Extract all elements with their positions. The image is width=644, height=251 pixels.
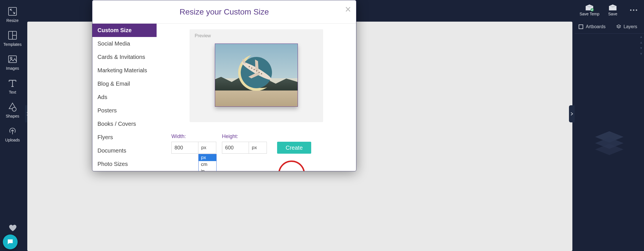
width-field: Width: px px cm in (171, 133, 216, 154)
preview-label: Preview (195, 33, 318, 38)
create-button-label: Create (286, 145, 303, 151)
category-blog-email[interactable]: Blog & Email (92, 77, 157, 90)
category-ads[interactable]: Ads (92, 90, 157, 104)
category-books-covers[interactable]: Books / Covers (92, 117, 157, 131)
category-photo-sizes[interactable]: Photo Sizes (92, 157, 157, 171)
width-label: Width: (171, 133, 216, 139)
category-list[interactable]: Custom Size Social Media Cards & Invitat… (92, 24, 157, 171)
category-custom-size[interactable]: Custom Size (92, 24, 157, 37)
height-unit-value: px (252, 145, 257, 151)
create-button[interactable]: Create (277, 142, 311, 154)
height-unit-display[interactable]: px (249, 142, 267, 154)
modal-title: Resize your Custom Size (180, 7, 269, 17)
resize-modal: Resize your Custom Size × Custom Size So… (92, 0, 356, 171)
modal-header: Resize your Custom Size × (92, 0, 356, 24)
category-marketing-materials[interactable]: Marketing Materials (92, 64, 157, 77)
preview-image (215, 44, 298, 107)
preview-box: Preview (190, 29, 323, 122)
unit-option-in[interactable]: in (199, 168, 216, 171)
height-input[interactable] (222, 142, 249, 154)
category-posters[interactable]: Posters (92, 104, 157, 117)
close-icon[interactable]: × (345, 4, 351, 15)
modal-backdrop: Resize your Custom Size × Custom Size So… (0, 0, 644, 251)
height-label: Height: (222, 133, 267, 139)
category-cards-invitations[interactable]: Cards & Invitations (92, 50, 157, 64)
width-unit-select[interactable]: px px cm in (198, 142, 216, 154)
unit-option-cm[interactable]: cm (199, 161, 216, 168)
unit-option-px[interactable]: px (199, 154, 216, 161)
size-pane: Preview (157, 24, 356, 171)
category-documents[interactable]: Documents (92, 144, 157, 157)
width-unit-value: px (201, 145, 206, 151)
category-flyers[interactable]: Flyers (92, 131, 157, 144)
unit-dropdown[interactable]: px cm in (198, 154, 217, 171)
height-field: Height: px (222, 133, 267, 154)
size-inputs: Width: px px cm in (171, 133, 341, 154)
annotation-circle (278, 161, 305, 171)
width-input[interactable] (171, 142, 198, 154)
category-social-media[interactable]: Social Media (92, 37, 157, 50)
